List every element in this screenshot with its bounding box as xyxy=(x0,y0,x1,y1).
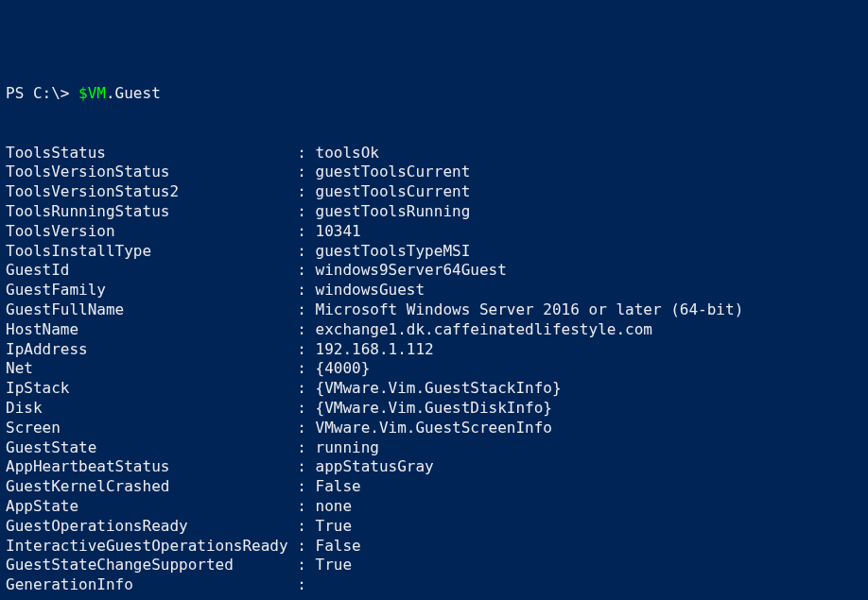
prompt-line: PS C:\> $VM.Guest xyxy=(6,84,161,102)
output-row: GuestFullName : Microsoft Windows Server… xyxy=(6,300,862,320)
prompt-prefix: PS C:\> xyxy=(6,84,78,102)
output-row: ToolsVersionStatus2 : guestToolsCurrent xyxy=(6,182,862,202)
output-row: InteractiveGuestOperationsReady : False xyxy=(6,537,862,557)
output-row: GuestOperationsReady : True xyxy=(6,517,862,537)
output-row: IpStack : {VMware.Vim.GuestStackInfo} xyxy=(6,379,862,399)
output-row: HostName : exchange1.dk.caffeinatedlifes… xyxy=(6,320,862,340)
output-row: Disk : {VMware.Vim.GuestDiskInfo} xyxy=(6,399,862,419)
output-row: IpAddress : 192.168.1.112 xyxy=(6,340,862,360)
output-row: GuestKernelCrashed : False xyxy=(6,477,862,497)
output-row: ToolsRunningStatus : guestToolsRunning xyxy=(6,202,862,222)
prompt-property: .Guest xyxy=(106,84,161,102)
output-row: AppHeartbeatStatus : appStatusGray xyxy=(6,457,862,477)
output-row: ToolsVersion : 10341 xyxy=(6,222,862,242)
output-row: ToolsVersionStatus : guestToolsCurrent xyxy=(6,163,862,182)
output-row: AppState : none xyxy=(6,497,862,517)
terminal[interactable]: PS C:\> $VM.Guest ToolsStatus : toolsOkT… xyxy=(6,84,862,595)
output-row: GuestStateChangeSupported : True xyxy=(6,556,862,575)
output-row: ToolsInstallType : guestToolsTypeMSI xyxy=(6,242,862,262)
output-row: Net : {4000} xyxy=(6,359,862,379)
output-row: GuestState : running xyxy=(6,438,862,458)
output-blank-line xyxy=(6,104,862,124)
output-row: GuestId : windows9Server64Guest xyxy=(6,261,862,281)
output-row: ToolsStatus : toolsOk xyxy=(6,144,862,163)
prompt-variable: $VM xyxy=(78,84,106,102)
output-row: GuestFamily : windowsGuest xyxy=(6,281,862,300)
output-block: ToolsStatus : toolsOkToolsVersionStatus … xyxy=(6,144,862,595)
output-row: GenerationInfo : xyxy=(6,575,862,595)
output-row: Screen : VMware.Vim.GuestScreenInfo xyxy=(6,419,862,438)
